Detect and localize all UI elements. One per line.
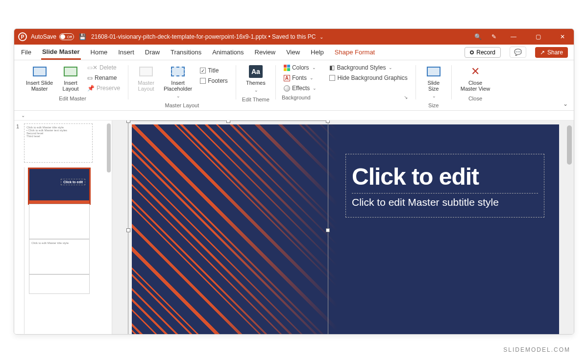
group-label-background: Background	[282, 95, 311, 101]
record-button[interactable]: Record	[465, 47, 501, 58]
slide-size-button[interactable]: Slide Size⌄	[422, 63, 445, 100]
comments-button[interactable]: 💬	[510, 47, 526, 58]
thumbnail-panel[interactable]: 1 Click to edit Master title style • Cli…	[14, 121, 112, 335]
insert-placeholder-button[interactable]: Insert Placeholder⌄	[161, 63, 195, 100]
master-layout-icon	[139, 67, 153, 76]
search-icon[interactable]: 🔍	[474, 33, 482, 40]
close-icon: ✕	[471, 65, 480, 78]
insert-slide-master-button[interactable]: Insert Slide Master	[23, 63, 56, 94]
slide-canvas-area[interactable]: Click to edit Click to edit Master subti…	[112, 121, 574, 335]
preserve-button[interactable]: 📌Preserve	[85, 84, 122, 93]
chevron-down-icon: ⌄	[389, 65, 392, 70]
themes-button[interactable]: Aa Themes⌄	[243, 63, 269, 95]
layout-thumbnail-1[interactable]: Click to edit	[29, 169, 90, 204]
delete-icon: ▭✕	[87, 64, 98, 71]
master-thumbnail[interactable]: Click to edit Master title style • Click…	[24, 123, 93, 163]
powerpoint-icon: P	[18, 32, 27, 41]
pen-icon[interactable]: ✎	[491, 33, 496, 40]
resize-handle[interactable]	[126, 121, 130, 123]
chevron-down-icon: ⌄	[254, 88, 258, 93]
tab-transitions[interactable]: Transitions	[170, 46, 202, 59]
background-dialog-launcher[interactable]: ↘	[404, 95, 410, 101]
toggle-off-icon[interactable]: Off	[59, 33, 74, 40]
layout-thumbnail-3[interactable]: Click to edit Master title style	[29, 239, 90, 274]
document-title[interactable]: 21608-01-visionary-pitch-deck-template-f…	[91, 33, 474, 40]
tab-animations[interactable]: Animations	[211, 46, 245, 59]
record-dot-icon	[470, 50, 474, 54]
slide-canvas[interactable]: Click to edit Click to edit Master subti…	[132, 124, 559, 335]
app-window: P AutoSave Off 💾 21608-01-visionary-pitc…	[14, 28, 574, 335]
insert-layout-icon	[64, 67, 77, 76]
placeholder-icon	[171, 67, 185, 76]
hide-background-graphics-checkbox[interactable]: Hide Background Graphics	[327, 73, 409, 82]
delete-button[interactable]: ▭✕Delete	[85, 63, 122, 72]
tab-view[interactable]: View	[285, 46, 301, 59]
chevron-down-icon: ⌄	[310, 75, 314, 80]
colors-icon	[284, 65, 290, 71]
workspace: 1 Click to edit Master title style • Cli…	[14, 121, 574, 335]
layout-thumbnail-2[interactable]	[29, 204, 90, 239]
layout-thumbnail-4[interactable]	[29, 274, 90, 294]
ribbon: Insert Slide Master Insert Layout ▭✕Dele…	[14, 60, 574, 111]
fonts-icon: A	[284, 75, 290, 81]
tab-home[interactable]: Home	[90, 46, 109, 59]
close-window-button[interactable]: ✕	[555, 33, 570, 40]
autosave-label: AutoSave	[31, 33, 56, 40]
qat-row: ⌄	[14, 111, 574, 121]
group-label-edit-theme: Edit Theme	[242, 97, 270, 102]
title-text[interactable]: Click to edit	[352, 163, 538, 190]
qat-dropdown-icon[interactable]: ⌄	[21, 113, 25, 118]
tab-slide-master[interactable]: Slide Master	[41, 45, 81, 60]
master-layout-button: Master Layout	[134, 63, 158, 94]
titlebar: P AutoSave Off 💾 21608-01-visionary-pitc…	[14, 29, 574, 45]
share-button[interactable]: ↗Share	[535, 47, 568, 58]
watermark: SLIDEMODEL.COM	[503, 346, 570, 353]
colors-button[interactable]: Colors⌄	[282, 63, 318, 72]
chevron-down-icon: ⌄	[432, 94, 436, 98]
rename-button[interactable]: ▭Rename	[85, 73, 122, 82]
slide-master-icon	[33, 67, 47, 76]
save-icon[interactable]: 💾	[79, 33, 86, 40]
preserve-icon: 📌	[87, 85, 95, 92]
group-label-size: Size	[428, 102, 439, 108]
title-placeholder[interactable]: Click to edit Click to edit Master subti…	[345, 154, 544, 218]
rename-icon: ▭	[87, 74, 93, 81]
resize-handle[interactable]	[226, 121, 230, 123]
share-icon: ↗	[540, 49, 545, 56]
resize-handle[interactable]	[126, 228, 130, 232]
resize-handle[interactable]	[326, 228, 330, 232]
effects-button[interactable]: Effects⌄	[282, 84, 318, 93]
tab-file[interactable]: File	[20, 46, 32, 59]
effects-icon	[284, 85, 290, 92]
canvas-scrollbar[interactable]	[567, 125, 572, 165]
tab-help[interactable]: Help	[310, 46, 325, 59]
tab-insert[interactable]: Insert	[117, 46, 135, 59]
group-label-master-layout: Master Layout	[165, 102, 199, 108]
chevron-down-icon: ⌄	[313, 86, 317, 91]
minimize-button[interactable]: —	[506, 33, 521, 40]
shape-selection[interactable]	[128, 121, 328, 335]
fonts-button[interactable]: AFonts⌄	[282, 73, 318, 82]
background-styles-button[interactable]: ◧Background Styles⌄	[327, 63, 409, 72]
checkbox-checked-icon	[200, 68, 206, 73]
thumb-number: 1	[16, 123, 21, 163]
tab-draw[interactable]: Draw	[144, 46, 161, 59]
insert-layout-button[interactable]: Insert Layout	[59, 63, 82, 94]
tab-review[interactable]: Review	[254, 46, 277, 59]
maximize-button[interactable]: ▢	[531, 33, 545, 40]
group-label-close: Close	[468, 96, 482, 101]
chevron-down-icon: ⌄	[319, 34, 323, 40]
ribbon-tabs: File Slide Master Home Insert Draw Trans…	[14, 45, 574, 60]
slide-size-icon	[427, 67, 441, 76]
title-checkbox[interactable]: Title	[198, 66, 230, 75]
resize-handle[interactable]	[326, 121, 330, 123]
collapse-ribbon-button[interactable]: ⌄	[563, 100, 568, 107]
subtitle-text[interactable]: Click to edit Master subtitle style	[352, 193, 538, 208]
footers-checkbox[interactable]: Footers	[198, 76, 230, 85]
close-master-view-button[interactable]: ✕ Close Master View	[458, 63, 493, 94]
chevron-down-icon: ⌄	[176, 94, 180, 98]
autosave-toggle[interactable]: AutoSave Off	[31, 33, 74, 40]
tab-shape-format[interactable]: Shape Format	[334, 46, 376, 59]
checkbox-icon	[329, 75, 335, 81]
thumbnail-scrollbar[interactable]	[107, 123, 111, 172]
